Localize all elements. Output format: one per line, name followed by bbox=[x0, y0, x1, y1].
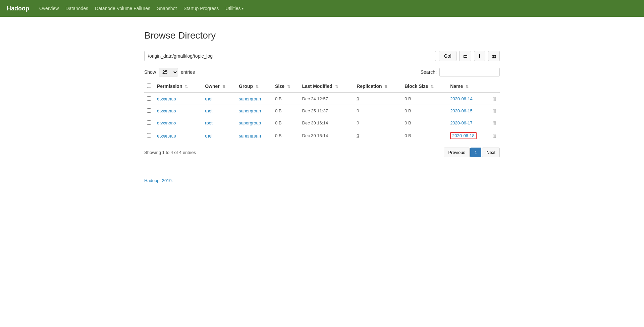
calendar-icon: ▦ bbox=[492, 53, 496, 59]
row-2-permission: drwxr-xr-x bbox=[154, 117, 202, 129]
row-1-group-link[interactable]: supergroup bbox=[239, 108, 261, 113]
navbar: Hadoop Overview Datanodes Datanode Volum… bbox=[0, 0, 644, 17]
row-0-replication: 0 bbox=[354, 93, 402, 105]
main-content: Browse Directory Go! 🗀 ⬆ ▦ Show 10 25 50… bbox=[138, 17, 506, 197]
row-2-checkbox-cell bbox=[144, 117, 154, 129]
dropdown-arrow-icon: ▾ bbox=[242, 7, 244, 10]
row-0-replication-link[interactable]: 0 bbox=[357, 96, 359, 101]
row-2-owner: root bbox=[202, 117, 236, 129]
row-3-group: supergroup bbox=[236, 129, 272, 143]
row-1-last-modified: Dec 25 11:37 bbox=[300, 105, 354, 117]
col-last-modified-header[interactable]: Last Modified ⇅ bbox=[300, 80, 354, 93]
row-3-delete-cell: 🗑 bbox=[489, 129, 500, 143]
nav-snapshot[interactable]: Snapshot bbox=[157, 6, 177, 11]
select-all-checkbox[interactable] bbox=[147, 84, 151, 88]
row-3-owner: root bbox=[202, 129, 236, 143]
nav-overview[interactable]: Overview bbox=[39, 6, 59, 11]
row-3-owner-link[interactable]: root bbox=[205, 133, 212, 138]
pagination: Previous 1 Next bbox=[444, 148, 500, 157]
col-replication-header[interactable]: Replication ⇅ bbox=[354, 80, 402, 93]
row-1-replication-link[interactable]: 0 bbox=[357, 108, 359, 113]
row-0-permission-link[interactable]: drwxr-xr-x bbox=[157, 96, 176, 101]
previous-button[interactable]: Previous bbox=[444, 148, 470, 157]
row-2-permission-link[interactable]: drwxr-xr-x bbox=[157, 120, 176, 125]
sort-name-icon: ⇅ bbox=[466, 85, 469, 89]
col-group-header[interactable]: Group ⇅ bbox=[236, 80, 272, 93]
folder-icon-button[interactable]: 🗀 bbox=[459, 51, 471, 61]
row-0-checkbox[interactable] bbox=[147, 96, 151, 101]
row-0-name-link[interactable]: 2020-06-14 bbox=[450, 96, 473, 101]
row-2-group-link[interactable]: supergroup bbox=[239, 120, 261, 125]
footer-row: Showing 1 to 4 of 4 entries Previous 1 N… bbox=[144, 148, 500, 157]
row-2-checkbox[interactable] bbox=[147, 120, 151, 125]
row-3-replication-link[interactable]: 0 bbox=[357, 133, 359, 138]
row-2-name-link[interactable]: 2020-06-17 bbox=[450, 120, 473, 125]
row-3-delete-button[interactable]: 🗑 bbox=[492, 133, 497, 139]
col-checkbox bbox=[144, 80, 154, 93]
row-1-group: supergroup bbox=[236, 105, 272, 117]
sort-size-icon: ⇅ bbox=[287, 85, 290, 89]
row-0-delete-button[interactable]: 🗑 bbox=[492, 96, 497, 102]
col-permission-header[interactable]: Permission ⇅ bbox=[154, 80, 202, 93]
col-actions-header bbox=[489, 80, 500, 93]
row-3-name-selected-border: 2020-06-18 bbox=[450, 132, 477, 139]
row-3-permission: drwxr-xr-x bbox=[154, 129, 202, 143]
row-3-block-size: 0 B bbox=[402, 129, 447, 143]
row-1-delete-button[interactable]: 🗑 bbox=[492, 108, 497, 114]
row-0-owner-link[interactable]: root bbox=[205, 96, 212, 101]
showing-text: Showing 1 to 4 of 4 entries bbox=[144, 150, 196, 155]
row-2-last-modified: Dec 30 16:14 bbox=[300, 117, 354, 129]
row-2-delete-button[interactable]: 🗑 bbox=[492, 120, 497, 126]
nav-datanode-volume-failures[interactable]: Datanode Volume Failures bbox=[95, 6, 150, 11]
row-3-size: 0 B bbox=[272, 129, 299, 143]
entries-label: entries bbox=[181, 69, 195, 75]
nav-datanodes[interactable]: Datanodes bbox=[65, 6, 88, 11]
col-size-header[interactable]: Size ⇅ bbox=[272, 80, 299, 93]
row-3-group-link[interactable]: supergroup bbox=[239, 133, 261, 138]
row-3-permission-link[interactable]: drwxr-xr-x bbox=[157, 133, 176, 138]
entries-select[interactable]: 10 25 50 100 bbox=[159, 68, 178, 76]
controls-row: Show 10 25 50 100 entries Search: bbox=[144, 68, 500, 76]
row-3-name-link[interactable]: 2020-06-18 bbox=[452, 133, 475, 138]
row-1-permission-link[interactable]: drwxr-xr-x bbox=[157, 108, 176, 113]
nav-startup-progress[interactable]: Startup Progress bbox=[183, 6, 219, 11]
footer-link[interactable]: Hadoop, 2019. bbox=[144, 178, 173, 183]
col-block-size-header[interactable]: Block Size ⇅ bbox=[402, 80, 447, 93]
col-owner-header[interactable]: Owner ⇅ bbox=[202, 80, 236, 93]
search-label: Search: bbox=[421, 69, 437, 75]
path-row: Go! 🗀 ⬆ ▦ bbox=[144, 51, 500, 61]
row-0-group-link[interactable]: supergroup bbox=[239, 96, 261, 101]
row-2-block-size: 0 B bbox=[402, 117, 447, 129]
calendar-icon-button[interactable]: ▦ bbox=[488, 51, 500, 61]
row-0-owner: root bbox=[202, 93, 236, 105]
row-3-last-modified: Dec 30 16:14 bbox=[300, 129, 354, 143]
row-2-replication: 0 bbox=[354, 117, 402, 129]
search-area: Search: bbox=[421, 68, 500, 76]
navbar-nav: Overview Datanodes Datanode Volume Failu… bbox=[39, 6, 244, 11]
row-1-owner-link[interactable]: root bbox=[205, 108, 212, 113]
row-1-permission: drwxr-xr-x bbox=[154, 105, 202, 117]
row-2-replication-link[interactable]: 0 bbox=[357, 120, 359, 125]
row-0-name: 2020-06-14 bbox=[447, 93, 489, 105]
sort-replication-icon: ⇅ bbox=[384, 85, 387, 89]
row-1-checkbox[interactable] bbox=[147, 108, 151, 113]
row-2-owner-link[interactable]: root bbox=[205, 120, 212, 125]
row-3-checkbox[interactable] bbox=[147, 133, 151, 138]
row-1-replication: 0 bbox=[354, 105, 402, 117]
next-button[interactable]: Next bbox=[482, 148, 500, 157]
row-2-size: 0 B bbox=[272, 117, 299, 129]
go-button[interactable]: Go! bbox=[439, 51, 457, 61]
navbar-brand[interactable]: Hadoop bbox=[7, 5, 29, 12]
search-input[interactable] bbox=[439, 68, 500, 76]
sort-last-modified-icon: ⇅ bbox=[335, 85, 338, 89]
show-label: Show bbox=[144, 69, 156, 75]
row-0-delete-cell: 🗑 bbox=[489, 93, 500, 105]
table-row: drwxr-xr-xrootsupergroup0 BDec 24 12:570… bbox=[144, 93, 500, 105]
upload-icon-button[interactable]: ⬆ bbox=[474, 51, 485, 61]
row-1-name-link[interactable]: 2020-06-15 bbox=[450, 108, 473, 113]
nav-utilities-dropdown[interactable]: Utilities ▾ bbox=[225, 6, 244, 11]
path-input[interactable] bbox=[144, 51, 436, 61]
page-1-button[interactable]: 1 bbox=[470, 148, 481, 157]
col-name-header[interactable]: Name ⇅ bbox=[447, 80, 489, 93]
row-3-checkbox-cell bbox=[144, 129, 154, 143]
